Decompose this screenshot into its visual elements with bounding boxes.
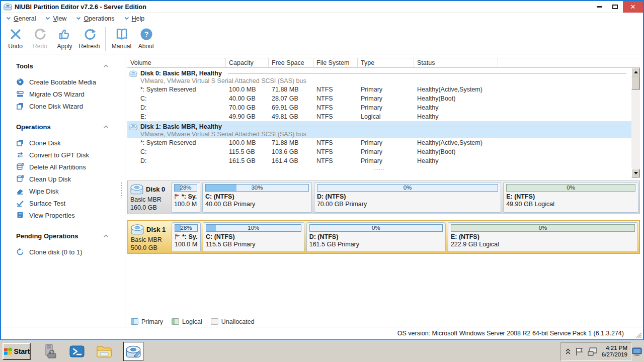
action-center-flag-icon[interactable] — [575, 347, 584, 356]
cell-free-space: 28.07 GB — [269, 94, 313, 103]
sidebar-item-create-bootable-media[interactable]: Create Bootable Media — [16, 76, 125, 88]
partition-block-e[interactable]: 0% E: (NTFS) 49.90 GB Logical — [503, 182, 638, 213]
sidebar-item-migrate-os-wizard[interactable]: Migrate OS Wizard — [16, 88, 125, 100]
server-manager-icon[interactable] — [42, 343, 58, 359]
usage-bar: 30% — [205, 184, 309, 192]
cell-capacity: 70.00 GB — [226, 103, 269, 112]
disk-drive-icon — [130, 184, 143, 195]
cell-volume: *: System Reserved — [127, 138, 226, 147]
partition-block-c[interactable]: 30% C: (NTFS) 40.00 GB Primary — [202, 182, 312, 213]
table-row[interactable]: D: 161.5 GB 161.4 GB NTFS Primary Health… — [127, 156, 631, 165]
clock-time: 4:21 PM — [602, 345, 627, 351]
section-tools: Tools Create Bootable Media Migrate OS W… — [16, 62, 125, 112]
column-header-status[interactable]: Status — [414, 58, 498, 68]
section-header-tools[interactable]: Tools — [16, 62, 125, 70]
cell-free-space: 71.88 MB — [269, 138, 313, 147]
table-scrollbar[interactable] — [631, 68, 640, 177]
sidebar-item-label: Create Bootable Media — [29, 78, 96, 86]
column-header-file-system[interactable]: File System — [313, 58, 358, 68]
sidebar-item-surface-test[interactable]: Surface Test — [16, 197, 125, 209]
volume-table: Volume Capacity Free Space File System T… — [127, 58, 640, 177]
bootable-media-icon — [16, 78, 24, 86]
unallocated-swatch — [211, 318, 218, 325]
chevron-down-icon — [6, 17, 11, 20]
column-header-capacity[interactable]: Capacity — [226, 58, 269, 68]
sidebar-item-label: Clone Disk — [29, 139, 61, 147]
partition-block-d[interactable]: 0% D: (NTFS) 70.00 GB Primary — [314, 182, 501, 213]
convert-gpt-icon — [16, 151, 24, 159]
partition-block-sysres[interactable]: 28% *: Sy... 100.0 MB — [171, 182, 200, 213]
cell-type: Primary — [358, 147, 414, 156]
hidden-icons-chevron[interactable] — [565, 348, 571, 355]
table-row[interactable]: D: 70.00 GB 69.91 GB NTFS Primary Health… — [127, 103, 631, 112]
usage-bar: 28% — [175, 224, 198, 232]
cell-volume: *: System Reserved — [127, 85, 226, 94]
close-button[interactable]: ✕ — [623, 1, 643, 13]
section-header-operations[interactable]: Operations — [16, 123, 125, 131]
sidebar-item-label: Wipe Disk — [29, 188, 59, 195]
menu-operations[interactable]: Operations — [76, 15, 114, 22]
start-button[interactable]: Start — [3, 343, 31, 360]
sidebar-item-clone-disk-wizard[interactable]: Clone Disk Wizard — [16, 100, 125, 112]
disk1-group-header[interactable]: Disk 1: Basic MBR, Healthy VMware, VMwar… — [127, 121, 631, 138]
sidebar-item-clone-disk[interactable]: Clone Disk — [16, 137, 125, 149]
disk0-row[interactable]: Disk 0 Basic MBR 160.0 GB 28% *: Sy... 1… — [127, 180, 640, 214]
section-header-pending[interactable]: Pending Operations — [16, 232, 125, 240]
sidebar-resize-grip[interactable] — [121, 183, 122, 198]
powershell-icon[interactable] — [69, 343, 85, 359]
view-properties-icon — [16, 211, 24, 219]
menu-help[interactable]: Help — [124, 15, 145, 22]
usage-bar: 0% — [451, 224, 635, 232]
sidebar-item-convert-to-gpt[interactable]: Convert to GPT Disk — [16, 149, 125, 161]
scroll-down-button[interactable] — [631, 169, 640, 177]
partition-block-c[interactable]: 10% C: (NTFS) 115.5 GB Primary — [203, 222, 304, 252]
scroll-track[interactable] — [631, 89, 640, 169]
minimize-button[interactable] — [592, 1, 607, 13]
resize-grip-icon[interactable] — [635, 332, 642, 338]
disk1-row[interactable]: Disk 1 Basic MBR 500.0 GB 28% *: Sy... 1… — [127, 220, 640, 254]
disk0-info: Disk 0 Basic MBR 160.0 GB — [129, 182, 171, 213]
cell-volume: C: — [127, 94, 226, 103]
refresh-button[interactable]: Refresh — [77, 24, 102, 54]
apply-button[interactable]: Apply — [52, 24, 77, 54]
sidebar-item-delete-all-partitions[interactable]: Delete All Partitions — [16, 161, 125, 173]
manual-button[interactable]: Manual — [109, 24, 134, 54]
table-row[interactable]: C: 115.5 GB 103.6 GB NTFS Primary Health… — [127, 147, 631, 156]
partition-block-d[interactable]: 0% D: (NTFS) 161.5 GB Primary — [306, 222, 446, 252]
question-icon: ? — [139, 27, 153, 41]
undo-button[interactable]: Undo — [3, 24, 28, 54]
niubi-taskbar-icon[interactable] — [123, 342, 143, 361]
redo-button[interactable]: Redo — [28, 24, 52, 54]
windows-logo-icon — [4, 347, 13, 355]
table-row[interactable]: E: 49.90 GB 49.81 GB NTFS Logical Health… — [127, 112, 631, 121]
cell-capacity: 115.5 GB — [226, 147, 269, 156]
sidebar-item-clean-up-disk[interactable]: Clean Up Disk — [16, 173, 125, 185]
menu-general[interactable]: General — [6, 15, 36, 22]
menu-label: View — [53, 15, 66, 22]
app-logo-icon — [4, 3, 12, 11]
menu-view[interactable]: View — [45, 15, 66, 22]
show-desktop-button[interactable] — [631, 342, 642, 361]
about-button[interactable]: ? About — [134, 24, 158, 54]
maximize-button[interactable] — [607, 1, 623, 13]
scroll-thumb[interactable] — [631, 76, 640, 89]
table-row[interactable]: C: 40.00 GB 28.07 GB NTFS Primary Health… — [127, 94, 631, 103]
partition-block-sysres[interactable]: 28% *: Sy... 100.0 MB — [172, 222, 201, 252]
cell-file-system: NTFS — [313, 103, 358, 112]
scroll-up-button[interactable] — [631, 68, 640, 76]
partition-block-e[interactable]: 0% E: (NTFS) 222.9 GB Logical — [448, 222, 638, 252]
column-header-volume[interactable]: Volume — [127, 58, 226, 68]
sidebar-item-wipe-disk[interactable]: Wipe Disk — [16, 185, 125, 197]
sidebar-item-pending-clone-disk[interactable]: Clone disk (0 to 1) — [16, 246, 125, 258]
cell-volume: E: — [127, 112, 226, 121]
table-row[interactable]: *: System Reserved 100.0 MB 71.88 MB NTF… — [127, 138, 631, 147]
network-icon[interactable] — [588, 347, 598, 356]
column-header-type[interactable]: Type — [358, 58, 414, 68]
taskbar-clock[interactable]: 4:21 PM 6/27/2019 — [602, 345, 627, 358]
table-row[interactable]: *: System Reserved 100.0 MB 71.88 MB NTF… — [127, 85, 631, 94]
column-header-free-space[interactable]: Free Space — [269, 58, 313, 68]
disk0-group-header[interactable]: Disk 0: Basic MBR, Healthy VMware, VMwar… — [127, 68, 631, 85]
file-explorer-icon[interactable] — [96, 343, 112, 359]
cell-free-space: 69.91 GB — [269, 103, 313, 112]
sidebar-item-view-properties[interactable]: View Properties — [16, 209, 125, 221]
